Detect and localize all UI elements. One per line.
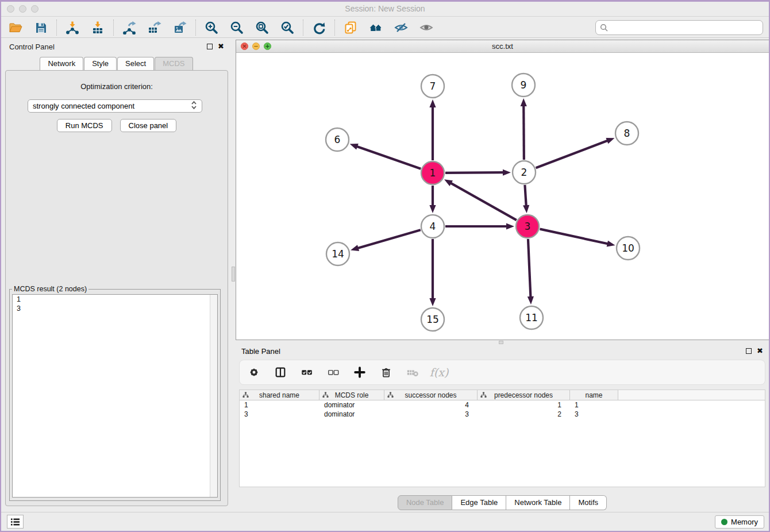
table-tab-edge-table[interactable]: Edge Table <box>452 495 506 510</box>
network-canvas[interactable]: 1 2 3 4 6 7 8 9 10 11 14 15 <box>236 53 769 340</box>
graph-edge-3-1[interactable] <box>444 179 517 220</box>
graph-node-8[interactable]: 8 <box>615 122 638 145</box>
graph-node-2[interactable]: 2 <box>513 161 536 184</box>
graph-edge-3-11[interactable] <box>528 239 534 304</box>
graph-node-14[interactable]: 14 <box>326 242 349 265</box>
graph-edge-4-15[interactable] <box>429 239 436 306</box>
delete-row-button[interactable] <box>379 365 394 380</box>
graph-node-4[interactable]: 4 <box>421 215 444 238</box>
column-header-successor-nodes[interactable]: successor nodes <box>384 390 478 400</box>
graph-node-15[interactable]: 15 <box>421 308 444 331</box>
refresh-button[interactable] <box>310 19 328 36</box>
zoom-out-button[interactable] <box>228 19 245 36</box>
horizontal-splitter[interactable] <box>236 340 769 345</box>
column-header-name[interactable]: name <box>570 390 618 400</box>
table-tab-network-table[interactable]: Network Table <box>506 495 570 510</box>
search-input[interactable] <box>610 23 759 32</box>
copy-network-button[interactable] <box>342 19 359 36</box>
export-image-button[interactable] <box>171 19 188 36</box>
cell-name[interactable]: 1 <box>570 400 618 410</box>
graph-edge-1-6[interactable] <box>350 144 421 169</box>
zoom-fit-button[interactable] <box>253 19 271 36</box>
graph-edge-2-9[interactable] <box>521 98 527 160</box>
open-button[interactable] <box>7 19 24 36</box>
network-graph[interactable]: 1 2 3 4 6 7 8 9 10 11 14 15 <box>236 53 769 340</box>
cell-successor-nodes[interactable]: 3 <box>384 410 478 419</box>
table-panel-title: Table Panel <box>241 347 280 356</box>
graph-edge-3-10[interactable] <box>540 229 615 247</box>
control-tab-mcds[interactable]: MCDS <box>155 57 192 70</box>
zoom-in-button[interactable] <box>203 19 220 36</box>
settings-button[interactable] <box>247 365 261 380</box>
export-network-button[interactable] <box>121 19 138 36</box>
graph-edge-4-3[interactable] <box>445 223 514 229</box>
network-view-title: scc.txt <box>236 42 769 51</box>
close-panel-button[interactable]: Close panel <box>120 119 177 132</box>
graph-edge-1-2[interactable] <box>445 169 511 176</box>
graph-node-11[interactable]: 11 <box>520 306 543 329</box>
add-row-button[interactable] <box>352 365 367 380</box>
cell-name[interactable]: 3 <box>570 410 618 419</box>
graph-node-10[interactable]: 10 <box>617 237 640 260</box>
toolbar-separator <box>195 20 196 36</box>
home-button[interactable] <box>367 19 384 36</box>
optimization-dropdown[interactable]: strongly connected component <box>28 99 202 113</box>
show-columns-button[interactable] <box>273 365 288 380</box>
cell-successor-nodes[interactable]: 4 <box>384 400 478 410</box>
graph-edge-4-14[interactable] <box>351 230 421 251</box>
graph-node-9[interactable]: 9 <box>512 74 535 97</box>
close-panel-icon[interactable]: ✖ <box>757 348 763 354</box>
cell-predecessor-nodes[interactable]: 1 <box>478 400 570 410</box>
control-tab-style[interactable]: Style <box>84 57 117 70</box>
graph-node-1[interactable]: 1 <box>421 161 444 184</box>
table-tab-node-table[interactable]: Node Table <box>398 495 453 510</box>
graph-node-7[interactable]: 7 <box>421 75 444 98</box>
mcds-result-list[interactable]: 13 <box>12 294 218 498</box>
graph-node-3[interactable]: 3 <box>516 215 539 238</box>
result-scrollbar[interactable] <box>210 295 217 497</box>
cell-MCDS-role[interactable]: dominator <box>319 400 384 410</box>
task-history-button[interactable] <box>7 515 24 529</box>
table-row[interactable]: 3dominator323 <box>240 410 765 419</box>
splitter-grip[interactable] <box>499 341 503 344</box>
control-tab-network[interactable]: Network <box>40 57 83 70</box>
hide-selected-button[interactable] <box>392 19 410 36</box>
cell-shared-name[interactable]: 1 <box>240 400 319 410</box>
export-table-button[interactable] <box>146 19 163 36</box>
save-button[interactable] <box>32 19 49 36</box>
cell-shared-name[interactable]: 3 <box>240 410 319 419</box>
select-all-button[interactable] <box>299 365 314 380</box>
deselect-all-button[interactable] <box>326 365 341 380</box>
float-panel-icon[interactable] <box>746 348 752 354</box>
cell-predecessor-nodes[interactable]: 2 <box>478 410 570 419</box>
column-header-MCDS-role[interactable]: MCDS role <box>319 390 384 400</box>
graph-edge-2-8[interactable] <box>536 138 615 168</box>
splitter-grip[interactable] <box>232 267 235 282</box>
table-row[interactable]: 1dominator411 <box>240 400 765 410</box>
import-table-button[interactable] <box>89 19 106 36</box>
control-tab-select[interactable]: Select <box>117 57 154 70</box>
network-window-titlebar[interactable]: ✕ − + scc.txt <box>236 40 769 53</box>
close-panel-icon[interactable]: ✖ <box>218 44 224 49</box>
vertical-splitter[interactable] <box>231 38 236 512</box>
run-mcds-button[interactable]: Run MCDS <box>57 119 112 132</box>
memory-button[interactable]: Memory <box>715 515 764 529</box>
cell-MCDS-role[interactable]: dominator <box>319 410 384 419</box>
column-header-predecessor-nodes[interactable]: predecessor nodes <box>478 390 570 400</box>
export-table-icon <box>148 21 161 34</box>
graph-edge-2-3[interactable] <box>523 185 529 213</box>
graph-edge-1-4[interactable] <box>429 186 436 213</box>
column-header-shared-name[interactable]: shared name <box>240 390 319 400</box>
graph-node-6[interactable]: 6 <box>326 128 349 151</box>
svg-text:4: 4 <box>430 221 436 232</box>
show-hidden-button[interactable] <box>418 19 435 36</box>
float-panel-icon[interactable] <box>207 44 213 49</box>
optimization-label: Optimization criterion: <box>6 82 228 91</box>
node-table[interactable]: shared name MCDS role successor nodes pr… <box>239 390 765 487</box>
table-tab-motifs[interactable]: Motifs <box>570 495 607 510</box>
search-box[interactable] <box>595 20 763 35</box>
zoom-selected-button[interactable] <box>279 19 296 36</box>
save-icon <box>34 21 48 34</box>
import-network-button[interactable] <box>64 19 81 36</box>
graph-edge-1-7[interactable] <box>429 99 436 160</box>
